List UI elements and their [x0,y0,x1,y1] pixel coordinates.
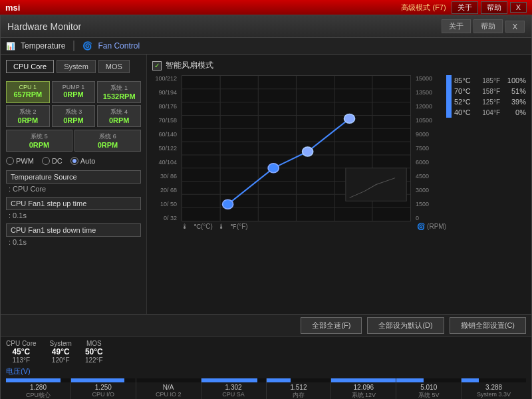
temp-cpu: CPU Core 45°C 113°F [6,340,37,364]
voltage-bar-container-7 [462,378,526,382]
legend-tempf-0: 185°F [482,77,500,84]
chart-section: 100/212 90/194 80/176 70/158 60/140 50/1… [152,75,526,221]
yr-label-2: 12000 [416,103,444,110]
fan-sys4[interactable]: 系统 4 0RPM [97,105,141,127]
tab-system[interactable]: System [57,60,96,73]
step-up-button[interactable]: CPU Fan1 step up time [6,197,141,210]
fan-section-label[interactable]: Fan Control [98,41,140,51]
legend-item-1: 70°C 158°F 51% [446,86,526,96]
legend-tempf-1: 158°F [482,88,500,95]
full-speed-button[interactable]: 全部全速(F) [301,317,362,334]
voltage-bar-3 [201,378,257,382]
temp-sys: System 49°C 120°F [50,340,72,364]
radio-dc[interactable]: DC [42,157,63,165]
temp-source-value: : CPU Core [6,185,141,193]
fan-rpm-icon: 🌀 [417,223,425,230]
legend-pct-0: 100% [503,76,526,84]
legend-bar-3 [446,107,452,118]
temp-source-button[interactable]: Temperature Source [6,170,141,184]
voltage-name-1: CPU I/O [71,391,136,398]
radio-dc-label: DC [52,157,63,165]
voltage-item-3: 1.302CPU SA [201,378,267,399]
chart-y-axis-right: 15000 13500 12000 10500 9000 7500 6000 4… [414,75,444,221]
section-bar: 📊 Temperature 🌀 Fan Control [1,38,531,55]
fan-pump1[interactable]: PUMP 1 0RPM [52,81,96,103]
y-label-5: 50/122 [152,145,177,152]
legend-pct-1: 51% [503,87,526,95]
legend-temp-1: 70°C [454,87,479,95]
fan-sys2[interactable]: 系统 2 0RPM [6,105,50,127]
voltage-item-7: 3.288System 3.3V [462,378,526,399]
step-down-button[interactable]: CPU Fan1 step down time [6,223,141,237]
voltage-val-3: 1.302 [201,384,266,391]
win-help-button[interactable]: 帮助 [473,19,503,33]
close-button[interactable]: X [510,2,527,13]
voltage-bar-container-3 [201,378,266,382]
fan-sys6[interactable]: 系统 6 0RPM [74,130,141,152]
win-about-button[interactable]: 关于 [442,19,471,33]
temp-mos-name: MOS [85,340,103,347]
voltage-item-5: 12.096系统 12V [331,378,396,399]
set-default-button[interactable]: 全部设为默认(D) [367,317,444,334]
fan-cpu1-name: CPU 1 [10,84,46,90]
y-label-10: 0/ 32 [152,215,177,221]
status-temps: CPU Core 45°C 113°F System 49°C 120°F MO… [6,340,526,364]
legend-pct-2: 39% [503,98,526,106]
voltage-val-2: N/A [136,384,201,391]
chart-container[interactable] [182,75,411,221]
voltage-bar-1 [71,378,124,382]
tab-cpu-core[interactable]: CPU Core [6,60,54,73]
win-close-button[interactable]: X [505,21,525,33]
y-label-9: 10/ 50 [152,201,177,207]
fan-curve-svg [182,76,410,221]
tab-mos[interactable]: MOS [98,60,130,73]
help-button[interactable]: 帮助 [481,1,507,14]
voltage-item-1: 1.250CPU I/O [71,378,136,399]
legend-tempf-2: 125°F [482,98,500,106]
fan-sys2-rpm: 0RPM [10,116,46,124]
smart-fan-checkbox[interactable] [152,61,162,70]
status-bar: CPU Core 45°C 113°F System 49°C 120°F MO… [1,336,531,399]
legend-item-3: 40°C 104°F 0% [446,107,526,118]
voltage-val-1: 1.250 [71,384,136,391]
fan-sys5[interactable]: 系统 5 0RPM [6,130,72,152]
voltage-bar-4 [267,378,291,382]
voltage-bar-5 [331,378,396,382]
fan-pump1-name: PUMP 1 [56,84,92,90]
svg-point-15 [223,200,233,209]
voltage-item-0: 1.280CPU核心 [6,378,71,399]
radio-pwm-label: PWM [16,157,34,165]
voltage-bar-container-2 [136,378,201,382]
voltage-item-4: 1.512内存 [267,378,332,399]
left-panel: CPU Core System MOS CPU 1 657RPM PUMP 1 … [1,55,147,314]
temp-f-icon: 🌡 [218,223,225,230]
voltage-bar-container-0 [6,378,70,382]
svg-point-18 [344,114,355,123]
about-button[interactable]: 关于 [452,1,478,14]
voltage-val-6: 5.010 [396,384,461,391]
fan-sys1[interactable]: 系统 1 1532RPM [97,81,141,103]
reset-button[interactable]: 撤销全部设置(C) [450,317,526,334]
fan-cpu1[interactable]: CPU 1 657RPM [6,81,50,103]
axis-left-labels: 🌡 ℃(°C) 🌡 ℉(°F) [182,223,248,230]
voltage-name-6: 系统 5V [396,391,461,399]
radio-pwm[interactable]: PWM [6,157,34,165]
fan-sys6-rpm: 0RPM [78,141,137,149]
mode-label[interactable]: 高级模式 (F7) [401,3,446,13]
rpm-label: (RPM) [427,223,446,230]
voltage-val-5: 12.096 [331,384,396,391]
voltage-name-0: CPU核心 [6,391,70,399]
fan-grid-bottom: 系统 5 0RPM 系统 6 0RPM [6,130,141,152]
top-bar: msi 高级模式 (F7) 关于 帮助 X [0,0,532,15]
rpm-label-container: 🌀 (RPM) [417,223,446,230]
hardware-monitor-window: Hardware Monitor 关于 帮助 X 📊 Temperature 🌀… [0,15,532,399]
voltage-item-2: N/ACPU IO 2 [136,378,201,399]
msi-logo: msi [5,3,20,13]
yr-label-8: 3000 [416,187,444,194]
legend-item-0: 85°C 185°F 100% [446,75,526,86]
y-label-8: 20/ 68 [152,187,177,194]
fan-sys3[interactable]: 系统 3 0RPM [52,105,96,127]
radio-auto[interactable]: Auto [70,157,96,165]
temp-section-label[interactable]: Temperature [21,41,65,51]
window-title: Hardware Monitor [7,21,81,32]
